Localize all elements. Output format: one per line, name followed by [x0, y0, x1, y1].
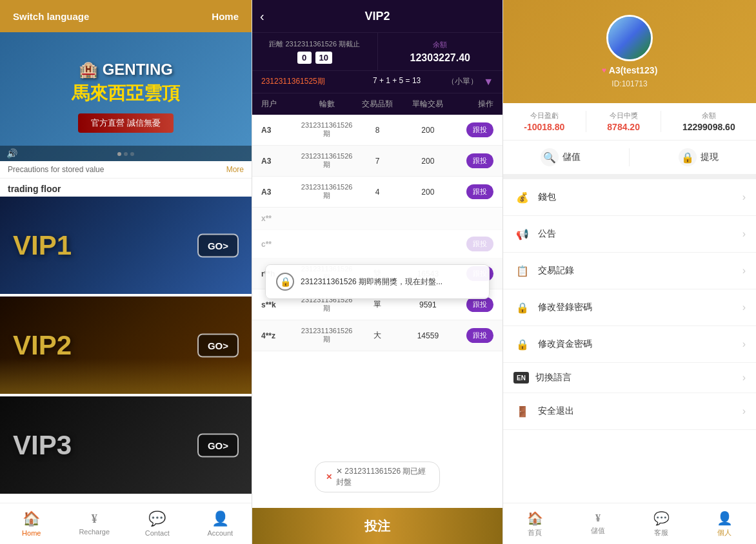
result-header: 2312311361525期 7 + 1 + 5 = 13 （小單） ▼ [252, 70, 502, 93]
menu-label-fund-password: 修改資金密碼 [538, 338, 736, 350]
user-id: ID:101713 [612, 79, 647, 88]
nav-contact[interactable]: 💬 Contact [126, 503, 189, 544]
td-amount-0: 200 [400, 126, 456, 135]
home-button[interactable]: Home [212, 11, 239, 22]
td-user-7: 4**z [261, 331, 299, 340]
td-period-0: 2312311361526期 [299, 121, 355, 139]
trade-record-icon: 📋 [513, 262, 532, 280]
table-row: A3 2312311361526期 8 200 跟投 [252, 115, 502, 146]
follow-button-1[interactable]: 跟投 [466, 153, 493, 168]
vip1-label: VIP1 [13, 230, 72, 261]
nav-home[interactable]: 🏠 Home [0, 503, 63, 544]
menu-item-trade-record[interactable]: 📋 交易記錄 › [503, 253, 756, 289]
back-button[interactable]: ‹ [260, 9, 264, 24]
deposit-withdraw-bar: 🔍 儲值 🔒 提現 [503, 141, 756, 179]
vip3-label: VIP3 [13, 430, 72, 461]
more-link[interactable]: More [226, 165, 244, 174]
count-box-1: 10 [315, 52, 332, 64]
recharge-nav-icon: ¥ [92, 512, 97, 526]
user-name: ♥ A3(test123) [602, 65, 658, 75]
menu-label-trade-record: 交易記錄 [538, 265, 736, 277]
vip-list: VIP1 GO> VIP2 GO> VIP3 GO> [0, 197, 252, 503]
recharge-nav-label: Recharge [79, 528, 110, 536]
balance-value: 12303227.40 [387, 52, 494, 64]
td-user-6: s**k [261, 300, 299, 309]
td-period-7: 2312311361526 期 [299, 327, 355, 344]
announcement-icon: 📢 [513, 225, 532, 243]
td-amount-6: 9591 [400, 300, 456, 309]
menu-item-announcement[interactable]: 📢 公告 › [503, 216, 756, 253]
stat-today-profit: 今日盈虧 -10018.80 [524, 111, 564, 132]
table-header: 用户 輪數 交易品類 單輪交易 操作 [252, 93, 502, 115]
vip3-card[interactable]: VIP3 GO> [0, 396, 252, 496]
genting-button[interactable]: 官方直營 誠信無憂 [78, 113, 174, 133]
today-hit-label: 今日中獎 [610, 111, 638, 121]
td-count-7: 大 [355, 330, 400, 341]
rnav-home-icon: 🏠 [527, 510, 543, 526]
chevron-right-icon-3: › [742, 302, 746, 313]
withdraw-button[interactable]: 🔒 提現 [679, 148, 719, 166]
deposit-label: 儲值 [562, 151, 581, 163]
follow-button-2[interactable]: 跟投 [466, 184, 493, 199]
account-nav-icon: 👤 [212, 510, 229, 527]
switch-language-button[interactable]: Switch language [13, 11, 89, 22]
rnav-profile[interactable]: 👤 個人 [693, 503, 756, 544]
td-btn-2[interactable]: 跟投 [456, 184, 493, 199]
menu-item-fund-password[interactable]: 🔒 修改資金密碼 › [503, 326, 756, 363]
menu-label-language: 切換語言 [535, 372, 736, 384]
dw-divider [629, 148, 630, 166]
menu-label-logout: 安全退出 [538, 405, 736, 417]
td-btn-0[interactable]: 跟投 [456, 122, 493, 137]
expand-button[interactable]: ▼ [483, 76, 493, 88]
count-box-0: 0 [297, 52, 312, 64]
balance-label-right: 余額 [702, 111, 716, 121]
genting-logo: 🏨 GENTING [79, 61, 173, 79]
td-btn-1[interactable]: 跟投 [456, 153, 493, 168]
vip1-go-button[interactable]: GO> [197, 233, 239, 257]
today-hit-value: 8784.20 [607, 122, 640, 132]
menu-item-logout[interactable]: 🚪 安全退出 › [503, 393, 756, 430]
period-info: 距離 2312311361526 期截止 0 10 [252, 33, 378, 70]
menu-label-announcement: 公告 [538, 228, 736, 240]
td-user-1: A3 [261, 157, 299, 166]
follow-button-7[interactable]: 跟投 [466, 328, 493, 343]
rnav-home-label: 首頁 [528, 528, 542, 538]
th-type: 交易品類 [355, 99, 400, 110]
menu-item-wallet[interactable]: 💰 錢包 › [503, 179, 756, 216]
stat-divider-2 [661, 111, 661, 132]
vip2-card[interactable]: VIP2 GO> [0, 296, 252, 396]
th-rounds: 輪數 [299, 99, 355, 110]
middle-title: VIP2 [364, 10, 390, 23]
follow-button-4[interactable]: 跟投 [466, 237, 493, 251]
menu-item-login-password[interactable]: 🔒 修改登錄密碼 › [503, 289, 756, 326]
vip1-card[interactable]: VIP1 GO> [0, 197, 252, 296]
chevron-right-icon-1: › [742, 228, 746, 240]
deposit-button[interactable]: 🔍 儲值 [541, 148, 581, 166]
vip3-go-button[interactable]: GO> [197, 433, 239, 457]
rnav-home[interactable]: 🏠 首頁 [503, 503, 566, 544]
follow-button-0[interactable]: 跟投 [466, 122, 493, 137]
td-btn-7[interactable]: 跟投 [456, 328, 493, 343]
follow-button-6[interactable]: 跟投 [466, 297, 493, 312]
table-body: A3 2312311361526期 8 200 跟投 A3 2312311361… [252, 115, 502, 508]
vip2-go-button[interactable]: GO> [197, 333, 239, 357]
right-top: ♥ A3(test123) ID:101713 [503, 0, 756, 103]
nav-recharge[interactable]: ¥ Recharge [63, 503, 126, 544]
table-row: 4**z 2312311361526 期 大 14559 跟投 [252, 320, 502, 351]
login-password-icon: 🔒 [513, 298, 532, 316]
td-period-2: 2312311361526期 [299, 183, 355, 200]
rnav-service[interactable]: 💬 客服 [630, 503, 693, 544]
balance-info: 余額 12303227.40 [378, 34, 503, 70]
bet-button[interactable]: 投注 [252, 508, 502, 544]
right-panel: ♥ A3(test123) ID:101713 今日盈虧 -10018.80 今… [503, 0, 756, 544]
td-btn-6[interactable]: 跟投 [456, 297, 493, 312]
rnav-service-label: 客服 [654, 528, 668, 538]
banner-area[interactable]: 🏨 GENTING 馬來西亞雲頂 官方直營 誠信無憂 🔊 [0, 32, 252, 161]
rnav-deposit[interactable]: ¥ 儲值 [566, 503, 630, 544]
td-btn-4[interactable]: 跟投 [456, 237, 493, 251]
nav-account[interactable]: 👤 Account [189, 503, 252, 544]
menu-item-language[interactable]: EN 切換語言 › [503, 363, 756, 393]
td-count-0: 8 [355, 126, 400, 135]
precautions-bar: Precautions for stored value More [0, 161, 252, 179]
balance-label: 余額 [387, 40, 494, 50]
